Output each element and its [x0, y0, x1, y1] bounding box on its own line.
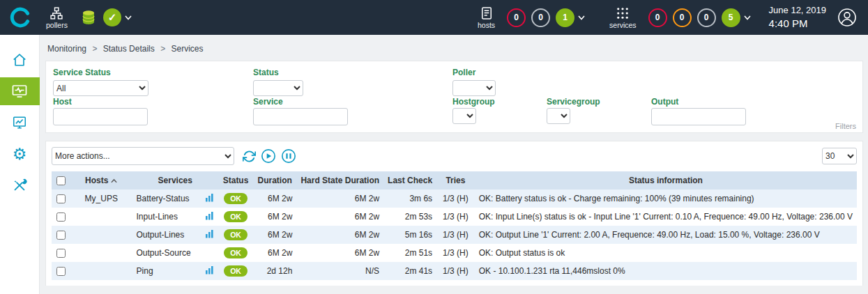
- output-input[interactable]: [651, 108, 746, 125]
- last-check-cell: 3m 6s: [383, 189, 436, 208]
- service-status-label: Service Status: [53, 68, 111, 77]
- chevron-down-icon[interactable]: [125, 15, 132, 20]
- pollers-label: pollers: [46, 21, 68, 29]
- row-checkbox[interactable]: [56, 231, 66, 240]
- results-panel: More actions...: [45, 141, 863, 286]
- host-cell[interactable]: [70, 244, 132, 262]
- services-menu[interactable]: services: [609, 6, 637, 29]
- breadcrumb-monitoring[interactable]: Monitoring: [47, 44, 86, 54]
- filters-panel: Service Status All Status Poller Host Se…: [45, 61, 863, 133]
- hosts-up-counter[interactable]: 1: [556, 8, 574, 27]
- row-checkbox[interactable]: [56, 249, 66, 258]
- service-cell[interactable]: Battery-Status: [132, 189, 201, 208]
- breadcrumb-status-details[interactable]: Status Details: [103, 44, 155, 54]
- service-cell[interactable]: Input-Lines: [132, 208, 201, 226]
- status-label: Status: [253, 68, 279, 77]
- sidebar-item-administration[interactable]: [0, 171, 40, 199]
- centreon-c-icon: [10, 7, 31, 28]
- centreon-logo[interactable]: [0, 0, 40, 35]
- user-avatar-icon: [837, 8, 857, 27]
- sidebar-item-reporting[interactable]: [0, 109, 40, 137]
- user-menu[interactable]: [837, 8, 857, 27]
- hostgroup-select[interactable]: [452, 108, 476, 124]
- pollers-menu[interactable]: pollers: [46, 6, 68, 29]
- pollers-icon: [50, 6, 63, 20]
- chevron-down-icon[interactable]: [578, 15, 585, 20]
- current-date: June 12, 2019: [769, 5, 826, 17]
- tries-cell: 1/3 (H): [436, 262, 475, 280]
- host-input[interactable]: [53, 108, 148, 125]
- last-check-cell: 2m 41s: [383, 262, 436, 280]
- more-actions-select[interactable]: More actions...: [52, 147, 234, 165]
- header-status[interactable]: Status: [218, 171, 253, 189]
- host-cell[interactable]: My_UPS: [70, 189, 132, 208]
- play-button[interactable]: [261, 148, 276, 164]
- sidebar-item-home[interactable]: [0, 46, 40, 74]
- duration-cell: 6M 2w: [253, 226, 296, 244]
- table-row: My_UPS Battery-Status OK 6M 2w 6M 2w 3m …: [52, 189, 857, 208]
- main-content: Monitoring > Status Details > Services S…: [40, 35, 868, 294]
- services-unknown-counter[interactable]: 0: [697, 8, 716, 27]
- status-badge: OK: [224, 265, 248, 277]
- header-services[interactable]: Services: [132, 171, 219, 189]
- page-size-select[interactable]: 30: [822, 148, 857, 164]
- header-tries[interactable]: Tries: [436, 171, 475, 189]
- tries-cell: 1/3 (H): [436, 226, 475, 244]
- filters-caption: Filters: [835, 122, 856, 130]
- header-last-check[interactable]: Last Check: [383, 171, 436, 189]
- duration-cell: 6M 2w: [253, 244, 296, 262]
- host-cell[interactable]: [70, 208, 132, 226]
- chevron-down-icon[interactable]: [744, 15, 751, 20]
- servicegroup-select[interactable]: [547, 108, 570, 124]
- platform-status-menu[interactable]: ✓: [103, 8, 132, 26]
- hosts-down-counter[interactable]: 0: [507, 8, 526, 27]
- table-header-row: Hosts Services Status Duration Hard Stat…: [52, 171, 857, 189]
- status-information-cell: OK: Input Line(s) status is ok - Input L…: [475, 208, 857, 226]
- breadcrumb-services[interactable]: Services: [171, 44, 203, 54]
- sidebar-item-configuration[interactable]: ⚙: [0, 140, 40, 168]
- current-time: 4:40 PM: [769, 17, 826, 31]
- row-checkbox[interactable]: [56, 212, 66, 222]
- service-cell[interactable]: Output-Lines: [132, 226, 201, 244]
- sidebar-item-monitoring[interactable]: [0, 77, 40, 105]
- header-hosts[interactable]: Hosts: [70, 171, 132, 189]
- graph-icon[interactable]: [205, 211, 214, 220]
- graph-icon[interactable]: [205, 229, 214, 238]
- services-critical-counter[interactable]: 0: [648, 8, 667, 27]
- host-cell[interactable]: [70, 226, 132, 244]
- service-input[interactable]: [253, 108, 348, 125]
- select-all-checkbox[interactable]: [56, 176, 66, 185]
- breadcrumb-separator: >: [160, 44, 165, 54]
- sort-asc-icon: [111, 178, 117, 183]
- host-cell[interactable]: [70, 262, 132, 280]
- database-status[interactable]: [80, 9, 97, 26]
- hosts-unreachable-counter[interactable]: 0: [531, 8, 550, 27]
- poller-select[interactable]: [452, 80, 496, 96]
- row-checkbox[interactable]: [56, 194, 66, 203]
- row-checkbox[interactable]: [56, 267, 66, 276]
- status-select[interactable]: [253, 80, 303, 96]
- header-hard-state-duration[interactable]: Hard State Duration: [296, 171, 383, 189]
- breadcrumb: Monitoring > Status Details > Services: [40, 35, 868, 61]
- service-cell[interactable]: Ping: [132, 262, 201, 280]
- platform-ok-icon: ✓: [103, 8, 121, 26]
- status-badge: OK: [224, 229, 248, 241]
- header-duration[interactable]: Duration: [253, 171, 296, 189]
- breadcrumb-separator: >: [92, 44, 97, 54]
- graph-icon[interactable]: [205, 193, 214, 202]
- pause-button[interactable]: [281, 148, 296, 164]
- graph-icon[interactable]: [205, 265, 214, 274]
- refresh-button[interactable]: [243, 150, 256, 163]
- refresh-icon: [243, 150, 256, 163]
- tries-cell: 1/3 (H): [436, 208, 475, 226]
- header-status-information[interactable]: Status information: [475, 171, 857, 189]
- status-information-cell: OK: Output status is ok: [475, 244, 857, 262]
- services-warning-counter[interactable]: 0: [673, 8, 692, 27]
- duration-cell: 2d 12h: [253, 262, 296, 280]
- hard-state-duration-cell: 6M 2w: [296, 244, 383, 262]
- poller-label: Poller: [452, 68, 475, 77]
- service-cell[interactable]: Output-Source: [132, 244, 201, 262]
- service-status-select[interactable]: All: [53, 80, 149, 96]
- services-ok-counter[interactable]: 5: [722, 8, 740, 27]
- hosts-menu[interactable]: hosts: [478, 6, 495, 29]
